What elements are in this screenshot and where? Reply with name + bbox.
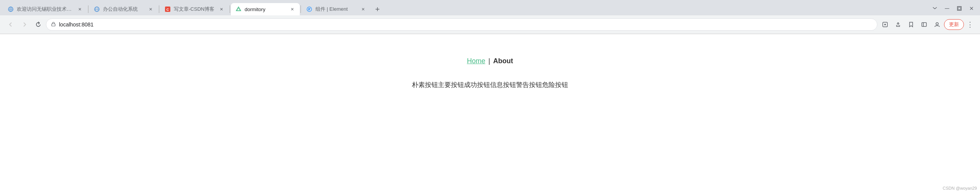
tab-divider-4 xyxy=(301,5,301,13)
back-button[interactable] xyxy=(5,18,17,31)
lock-icon xyxy=(51,21,56,28)
tab-divider-2 xyxy=(159,5,159,13)
more-button[interactable]: ⋮ xyxy=(965,19,975,30)
tab-close-csdn[interactable]: ✕ xyxy=(218,6,224,12)
tab-csdn[interactable]: C 写文章-CSDN博客 ✕ xyxy=(160,3,229,15)
svg-point-21 xyxy=(884,24,886,25)
svg-text:C: C xyxy=(167,8,169,11)
sidebar-button[interactable] xyxy=(918,18,930,31)
lens-button[interactable] xyxy=(879,18,891,31)
svg-marker-9 xyxy=(236,7,241,11)
tab-element[interactable]: 组件 | Element ✕ xyxy=(302,3,371,15)
page-buttons-text: 朴素按钮主要按钮成功按钮信息按钮警告按钮危险按钮 xyxy=(412,80,568,89)
tab-title-element: 组件 | Element xyxy=(315,6,357,13)
page-content: Home | About 朴素按钮主要按钮成功按钮信息按钮警告按钮危险按钮 xyxy=(0,34,980,187)
browser-chrome: 欢迎访问无锡职业技术学... ✕ 办公自动化系统 ✕ C xyxy=(0,0,980,34)
tab-divider-3 xyxy=(230,5,230,13)
tab-close-wuxi[interactable]: ✕ xyxy=(77,6,83,12)
tab-wuxi[interactable]: 欢迎访问无锡职业技术学... ✕ xyxy=(3,3,87,15)
nav-links: Home | About xyxy=(467,57,513,65)
nav-separator: | xyxy=(488,57,490,65)
bookmark-button[interactable] xyxy=(905,18,917,31)
tab-dormitory[interactable]: dormitory ✕ xyxy=(231,3,300,15)
url-bar[interactable]: localhost:8081 xyxy=(46,18,877,31)
tab-search-button[interactable] xyxy=(929,3,940,14)
tab-icon-element xyxy=(306,6,312,12)
svg-point-25 xyxy=(936,23,938,25)
tab-title-oa: 办公自动化系统 xyxy=(103,6,144,13)
tab-icon-csdn: C xyxy=(165,6,171,12)
tab-divider-1 xyxy=(88,5,88,13)
profile-button[interactable] xyxy=(931,18,943,31)
toolbar-right: 更新 ⋮ xyxy=(879,18,975,31)
tab-icon-dormitory xyxy=(235,6,242,12)
maximize-button[interactable] xyxy=(954,3,965,14)
watermark: CSDN @woyan29 xyxy=(943,186,977,190)
home-link[interactable]: Home xyxy=(467,57,485,65)
tab-oa[interactable]: 办公自动化系统 ✕ xyxy=(89,3,158,15)
tab-title-wuxi: 欢迎访问无锡职业技术学... xyxy=(17,6,74,13)
share-button[interactable] xyxy=(892,18,904,31)
tab-icon-wuxi xyxy=(8,6,14,12)
new-tab-button[interactable] xyxy=(372,4,383,15)
url-text: localhost:8081 xyxy=(59,21,872,28)
tab-icon-oa xyxy=(94,6,100,12)
about-link[interactable]: About xyxy=(493,57,513,65)
update-button-label: 更新 xyxy=(949,21,959,28)
minimize-button[interactable]: ─ xyxy=(942,3,952,14)
tab-close-dormitory[interactable]: ✕ xyxy=(289,6,295,12)
tab-bar-controls: ─ ✕ xyxy=(929,3,977,15)
refresh-button[interactable] xyxy=(32,18,44,31)
svg-rect-23 xyxy=(922,23,926,26)
svg-rect-19 xyxy=(52,24,55,26)
forward-button[interactable] xyxy=(18,18,31,31)
close-window-button[interactable]: ✕ xyxy=(966,3,977,14)
address-bar: localhost:8081 xyxy=(0,15,980,34)
tab-title-dormitory: dormitory xyxy=(245,7,286,12)
tab-title-csdn: 写文章-CSDN博客 xyxy=(174,6,215,13)
svg-rect-18 xyxy=(958,7,960,10)
tab-close-oa[interactable]: ✕ xyxy=(147,6,154,12)
tab-bar: 欢迎访问无锡职业技术学... ✕ 办公自动化系统 ✕ C xyxy=(0,0,980,15)
update-button[interactable]: 更新 xyxy=(944,19,964,30)
tab-close-element[interactable]: ✕ xyxy=(360,6,366,12)
